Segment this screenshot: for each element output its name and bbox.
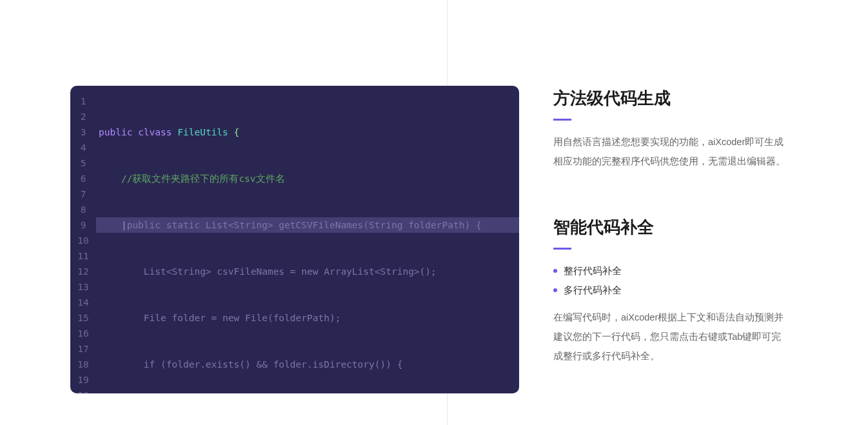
bullet-item-2: 多行代码补全 (553, 281, 785, 300)
code-line-1: public clvass FileUtils { (96, 124, 519, 140)
bullet-dot-icon (553, 288, 557, 292)
right-column: 方法级代码生成 用自然语言描述您想要实现的功能，aiXcoder即可生成相应功能… (553, 87, 785, 366)
title-underline (553, 119, 571, 121)
bullet-item-1: 整行代码补全 (553, 261, 785, 281)
bullet-dot-icon (553, 269, 557, 273)
section-title-2: 智能代码补全 (553, 216, 785, 239)
code-editor: 1234567891011121314151617181920 public c… (70, 86, 519, 393)
code-line-3: |public static List<String> getCSVFileNa… (96, 217, 519, 233)
code-line-5: File folder = new File(folderPath); (96, 310, 519, 326)
title-underline (553, 248, 571, 250)
line-number-gutter: 1234567891011121314151617181920 (70, 94, 96, 393)
section-code-completion: 智能代码补全 整行代码补全 多行代码补全 在编写代码时，aiXcoder根据上下… (553, 216, 785, 366)
section-text-1: 用自然语言描述您想要实现的功能，aiXcoder即可生成相应功能的完整程序代码供… (553, 132, 785, 171)
code-line-2: //获取文件夹路径下的所有csv文件名 (96, 171, 519, 186)
section-method-generation: 方法级代码生成 用自然语言描述您想要实现的功能，aiXcoder即可生成相应功能… (553, 87, 785, 171)
code-content: public clvass FileUtils { //获取文件夹路径下的所有c… (96, 94, 519, 393)
section-title-1: 方法级代码生成 (553, 87, 785, 110)
bullet-list: 整行代码补全 多行代码补全 (553, 261, 785, 300)
code-line-6: if (folder.exists() && folder.isDirector… (96, 357, 519, 372)
section-text-2: 在编写代码时，aiXcoder根据上下文和语法自动预测并建议您的下一行代码，您只… (553, 308, 785, 366)
code-line-4: List<String> csvFileNames = new ArrayLis… (96, 264, 519, 279)
